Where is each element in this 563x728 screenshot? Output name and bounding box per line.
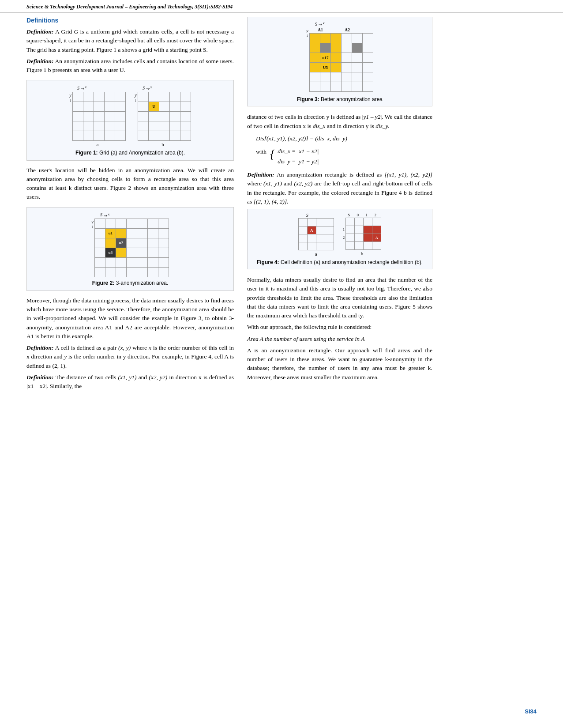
def5-label: Definition: <box>247 171 274 178</box>
definition-2: Definition: An anonymization area includ… <box>26 57 234 75</box>
row-label-2: 2 <box>343 234 345 241</box>
u5-cell: U5 <box>320 63 331 72</box>
grid-cell <box>138 121 149 131</box>
section-title: Definitions <box>26 17 234 24</box>
grid-cell <box>127 228 137 238</box>
grid-row: u1 <box>95 228 169 238</box>
grid-cell <box>310 82 320 92</box>
fig3-text: Better anonymization area <box>321 96 383 102</box>
col-label-0: 0 <box>353 213 362 217</box>
grid-cell <box>94 121 105 131</box>
right-para-distance: distance of two cells in direction y is … <box>247 113 432 131</box>
grid-cell <box>352 82 363 92</box>
grid-row <box>298 219 334 226</box>
grid-a-x-axis: S ⇒ x <box>77 85 87 91</box>
grid-cell <box>352 53 363 63</box>
figure-2-caption: Figure 2: 3-anonymization area. <box>31 280 229 286</box>
fig1-text: Grid (a) and Anonymization area (b). <box>99 150 185 156</box>
grid-row <box>73 121 126 131</box>
grid-cell <box>170 92 180 102</box>
brace-symbol: { <box>270 147 275 162</box>
grid-cell <box>180 121 191 131</box>
grid-cell <box>127 257 137 267</box>
grid-cell <box>138 92 149 102</box>
def3-text: A cell is defined as a pair (x, y) where… <box>26 344 234 369</box>
para-with-rule: With our approach, the following rule is… <box>247 323 432 332</box>
grid-row: U5 <box>310 63 373 72</box>
grid-cell <box>180 131 191 140</box>
grid-cell <box>363 82 373 92</box>
fig2-row: y ↓ <box>91 219 169 277</box>
col-label-2: 2 <box>371 213 380 217</box>
y-axis-fig3: y ↓ <box>306 27 308 94</box>
fig4b-wrapper: S 0 1 2 1 2 <box>343 213 382 256</box>
grid-cell <box>137 248 148 257</box>
grid-cell <box>95 219 105 228</box>
grid-cell <box>159 121 170 131</box>
fig4a-x-axis: S <box>306 213 308 218</box>
grid-table-a <box>72 92 126 141</box>
grid-row <box>346 242 381 250</box>
def3-label: Definition: <box>26 344 54 351</box>
grid-b-wrapper: S ⇒ x y ↓ <box>135 85 191 147</box>
grid-cell <box>307 242 316 250</box>
grid-cell <box>83 102 94 111</box>
grid-cell <box>138 111 149 121</box>
y-label-fig3: y <box>306 28 308 33</box>
grid-cell <box>149 111 159 121</box>
figure-1-caption: Figure 1: Grid (a) and Anonymization are… <box>31 150 229 156</box>
para-anonymization: The user's location will be hidden in an… <box>26 166 234 202</box>
user-u3-cell: u3 <box>105 248 116 257</box>
grid-cell <box>94 131 105 140</box>
grid-fig4b: A <box>345 218 381 250</box>
grid-row <box>310 82 373 92</box>
fig3-grid-wrapper: S ⇒ x y ↓ A1 <box>251 21 428 94</box>
grid-cell <box>170 111 180 121</box>
grid-cell <box>105 102 115 111</box>
grid-cell <box>363 63 373 72</box>
grid-row <box>73 92 126 102</box>
figure-3-box: S ⇒ x y ↓ A1 <box>247 17 432 106</box>
grid-cell <box>148 248 158 257</box>
y-down-fig3: ↓ <box>306 33 308 38</box>
grid-table-fig2: u1 u2 <box>94 219 169 277</box>
with-block: with { dis_x = |x1 − x2| dis_y = |y1 − y… <box>256 147 432 167</box>
def5-text: An anonymization rectangle is defined as… <box>247 171 432 205</box>
user-u1-cell: u1 <box>105 228 116 238</box>
grid-cell <box>342 34 352 43</box>
grid-cell <box>346 242 355 250</box>
definition-4: Definition: The distance of two cells (x… <box>26 373 234 391</box>
def4-label: Definition: <box>26 374 54 381</box>
s-label-b: S <box>143 86 145 91</box>
grid-row: A <box>346 234 381 242</box>
grid-cell <box>127 238 137 248</box>
x-arrow-fig3: ⇒ x <box>318 21 325 27</box>
grid-cell <box>346 226 355 234</box>
grid-cell <box>372 242 381 250</box>
grid-cell-a1 <box>310 34 320 43</box>
grid-a-row: y ↓ <box>69 92 126 141</box>
grid-cell <box>83 92 94 102</box>
grid-row <box>95 267 169 277</box>
grid-row <box>346 218 381 226</box>
grid-cell <box>298 219 307 226</box>
grid-cell <box>137 257 148 267</box>
y-down-b: ↓ <box>135 98 137 102</box>
grid-cell <box>116 219 127 228</box>
grid-cell <box>342 72 352 82</box>
fig4a-sublabel: a <box>298 251 334 256</box>
grid-row <box>73 131 126 140</box>
grid-cell <box>149 92 159 102</box>
fig3-axis-top: S ⇒ x <box>315 21 325 27</box>
grid-cell <box>83 121 94 131</box>
fig4b-row: 1 2 <box>343 218 382 250</box>
grid-cell <box>342 82 352 92</box>
def4-text: The distance of two cells (x1, y1) and (… <box>26 374 234 389</box>
grid-cell <box>316 226 325 234</box>
grid-cell <box>352 34 363 43</box>
grid-row <box>95 219 169 228</box>
grid-a-sublabel: a <box>69 142 126 147</box>
grid-row <box>310 72 373 82</box>
grid-cell <box>127 267 137 277</box>
grid-cell <box>115 92 126 102</box>
